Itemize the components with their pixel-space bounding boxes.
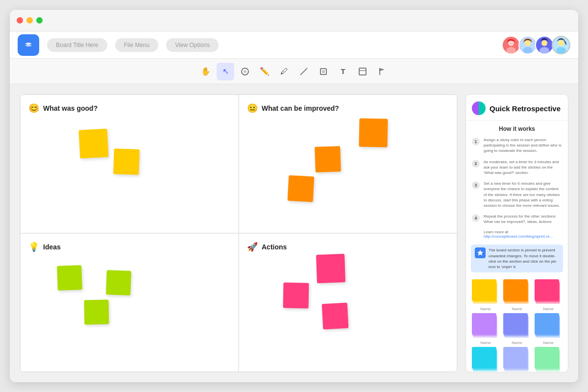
crop-tool[interactable] [315, 63, 332, 80]
swatch-orange: Name [502, 279, 532, 311]
step-4: 4 Repeat the process for the other secti… [466, 212, 568, 226]
pin-notice: The board section is pinned to prevent u… [471, 245, 563, 272]
panel-title: Quick Retrospective [490, 104, 561, 113]
svg-line-15 [300, 68, 307, 75]
learn-more-link[interactable]: http://conceptboard.com/blog/sprint-re..… [484, 234, 553, 239]
hand-tool[interactable]: ✋ [197, 63, 215, 80]
section-actions-icon: 🚀 [247, 242, 258, 252]
step-1: 1 Assign a sticky color to each person p… [466, 135, 568, 156]
avatar-1[interactable] [502, 36, 520, 54]
pen-tool[interactable]: ✏️ [256, 63, 273, 80]
retro-board: 😊 What was good? 😐 What can be improved? [20, 94, 458, 372]
color-swatches-grid: Name Name Name [466, 275, 568, 372]
sticky-note[interactable] [315, 146, 341, 172]
flag-tool[interactable] [373, 63, 391, 80]
text-tool[interactable]: T [334, 63, 352, 80]
section-good-header: 😊 What was good? [28, 103, 230, 114]
section-actions[interactable]: 🚀 Actions [239, 233, 457, 372]
learn-more-text: Learn more at: [484, 230, 509, 234]
board-title-text: Board Title Here [56, 42, 98, 49]
line-tool[interactable] [295, 63, 313, 80]
marker-tool[interactable]: 🖊 [275, 63, 293, 80]
svg-point-14 [244, 70, 246, 73]
svg-point-11 [558, 40, 564, 46]
avatar-2[interactable] [518, 36, 537, 54]
avatar-3[interactable] [535, 36, 554, 54]
logo[interactable] [18, 34, 39, 56]
swatch-pink: Name [534, 279, 563, 311]
panel-logo-icon [472, 101, 486, 115]
swatch-blue-label: Name [543, 341, 553, 345]
view-options-text: View Options [175, 42, 209, 49]
swatch-yellow: Name [471, 279, 500, 311]
sticky-note[interactable] [84, 300, 109, 325]
shape-tool[interactable] [236, 63, 254, 80]
navbar: Board Title Here File Menu View Options [10, 31, 578, 59]
swatch-cyan: Name [471, 347, 500, 372]
avatar-current-user[interactable] [552, 36, 570, 54]
step-2-number: 2 [472, 160, 480, 168]
sticky-note[interactable] [79, 129, 109, 159]
view-options-pill[interactable]: View Options [166, 38, 218, 52]
step-3-text: Set a new timer for 6 minutes and give e… [484, 181, 562, 208]
step-1-number: 1 [472, 138, 480, 146]
sidebar-panel: Quick Retrospective How it works 1 Assig… [466, 94, 568, 372]
step-2-text: As moderator, set a timer for 3 minutes … [484, 159, 562, 176]
section-improve-header: 😐 What can be improved? [247, 103, 449, 114]
section-good[interactable]: 😊 What was good? [20, 95, 239, 233]
swatch-lightblue: Name [502, 347, 532, 372]
section-improve-icon: 😐 [247, 103, 258, 114]
sticky-note[interactable] [316, 254, 345, 283]
svg-rect-17 [322, 70, 325, 73]
step-3: 3 Set a new timer for 6 minutes and give… [466, 179, 568, 210]
svg-point-5 [525, 40, 531, 46]
sticky-note[interactable] [322, 303, 349, 330]
step-4-text: Repeat the process for the other section… [484, 214, 562, 224]
sticky-note[interactable] [359, 118, 388, 147]
swatch-indigo: Name [502, 313, 532, 345]
section-good-icon: 😊 [28, 103, 39, 114]
svg-point-2 [508, 40, 514, 46]
svg-rect-18 [359, 68, 366, 75]
section-ideas-title: Ideas [43, 243, 61, 251]
section-actions-title: Actions [262, 243, 287, 251]
svg-point-8 [541, 40, 547, 46]
section-improve[interactable]: 😐 What can be improved? [239, 95, 457, 233]
section-ideas[interactable]: 💡 Ideas [20, 233, 239, 372]
minimize-button[interactable] [26, 17, 33, 24]
board-title-pill[interactable]: Board Title Here [47, 38, 107, 52]
user-avatars [506, 36, 570, 54]
swatch-pink-label: Name [543, 307, 553, 311]
swatch-green: Name [534, 347, 563, 372]
sticky-note[interactable] [283, 283, 309, 309]
file-menu-pill[interactable]: File Menu [115, 38, 159, 52]
step-1-text: Assign a sticky color to each person par… [484, 137, 562, 154]
navbar-left: Board Title Here File Menu View Options [18, 34, 219, 56]
titlebar [10, 10, 578, 31]
sticky-note[interactable] [288, 175, 315, 202]
swatch-purple: Name [471, 313, 500, 345]
section-ideas-icon: 💡 [28, 242, 39, 252]
how-it-works-title: How it works [466, 121, 568, 135]
section-ideas-header: 💡 Ideas [28, 242, 230, 252]
file-menu-text: File Menu [124, 42, 150, 49]
sticky-note[interactable] [113, 148, 140, 175]
swatch-yellow-label: Name [480, 307, 490, 311]
window-controls [17, 17, 43, 24]
sticky-note[interactable] [57, 265, 82, 291]
section-good-title: What was good? [43, 104, 98, 112]
close-button[interactable] [17, 17, 23, 24]
section-improve-title: What can be improved? [262, 104, 339, 112]
section-actions-header: 🚀 Actions [247, 242, 449, 252]
select-tool[interactable]: ↖ [217, 63, 234, 80]
swatch-blue: Name [534, 313, 563, 345]
pin-icon [475, 247, 486, 258]
step-2: 2 As moderator, set a timer for 3 minute… [466, 157, 568, 178]
maximize-button[interactable] [36, 17, 43, 24]
app-window: Board Title Here File Menu View Options [10, 10, 578, 382]
swatch-orange-label: Name [512, 307, 522, 311]
canvas-area: 😊 What was good? 😐 What can be improved? [10, 84, 578, 382]
sticky-note[interactable] [106, 270, 131, 295]
sticky-tool[interactable] [354, 63, 371, 80]
swatch-indigo-label: Name [512, 341, 522, 345]
